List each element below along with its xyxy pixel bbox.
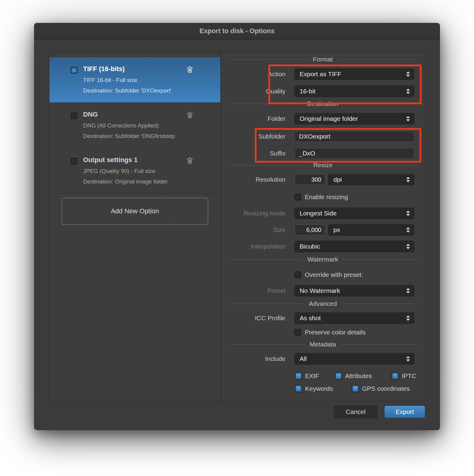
resolution-unit-dropdown[interactable]: dpi <box>328 174 414 185</box>
dialog-content: TIFF (16-bits) TIFF 16-bit - Full size D… <box>49 52 425 401</box>
item-enable-checkbox[interactable] <box>71 112 77 119</box>
exif-checkbox-item: EXIF <box>295 372 319 380</box>
include-value: All <box>300 355 406 362</box>
stepper-icon <box>406 288 410 293</box>
interpolation-label: Interpolation <box>221 243 290 250</box>
resolution-unit-value: dpi <box>333 176 406 183</box>
icc-profile-value: As shot <box>300 315 406 322</box>
folder-row: Folder Original image folder <box>221 113 414 124</box>
preset-label: Preset <box>221 287 290 294</box>
folder-label: Folder <box>221 115 290 122</box>
trash-icon[interactable] <box>186 111 194 121</box>
item-enable-checkbox[interactable] <box>71 158 77 164</box>
add-new-option-button[interactable]: Add New Option <box>61 197 208 225</box>
suffix-input[interactable] <box>295 148 414 159</box>
attributes-checkbox[interactable] <box>335 372 342 380</box>
gps-coordinates-checkbox-item: GPS coordinates <box>352 385 410 393</box>
item-subtitle: DNG (All Corrections Applied) <box>83 122 195 129</box>
item-text: TIFF (16-bits) TIFF 16-bit - Full size D… <box>83 65 195 94</box>
keywords-label: Keywords <box>305 385 333 392</box>
item-title: Output settings 1 <box>83 156 195 164</box>
resizing-mode-row: Resizing mode Longest Side <box>221 208 414 219</box>
suffix-row: Suffix <box>221 148 414 159</box>
size-label: Size <box>221 226 290 233</box>
trash-icon[interactable] <box>186 157 194 166</box>
list-item-tiff[interactable]: TIFF (16-bits) TIFF 16-bit - Full size D… <box>49 57 220 103</box>
action-row: Action Export as TIFF <box>221 68 414 80</box>
include-dropdown[interactable]: All <box>295 353 414 365</box>
section-heading-advanced: Advanced <box>228 299 417 308</box>
attributes-label: Attributes <box>345 372 372 380</box>
item-text: Output settings 1 JPEG (Quality 90) - Fu… <box>83 156 195 185</box>
item-destination: Destination: Subfolder 'DNGfirststep <box>83 133 195 139</box>
section-heading-resize: Resize <box>228 160 417 170</box>
subfolder-row: Subfolder <box>221 131 414 142</box>
quality-value: 16-bit <box>300 88 406 95</box>
resolution-input[interactable] <box>295 174 325 185</box>
action-dropdown[interactable]: Export as TIFF <box>295 68 414 80</box>
exif-label: EXIF <box>305 372 319 380</box>
size-row: Size px <box>221 224 414 236</box>
export-dialog: Export to disk - Options TIFF (16-bits) … <box>34 23 440 430</box>
interpolation-value: Bicubic <box>300 243 406 250</box>
include-label: Include <box>221 355 290 362</box>
stepper-icon <box>406 89 410 94</box>
exif-checkbox[interactable] <box>295 372 302 380</box>
icc-profile-dropdown[interactable]: As shot <box>295 312 414 324</box>
stepper-icon <box>406 315 410 321</box>
subfolder-input[interactable] <box>295 131 414 142</box>
preset-row: Preset No Watermark <box>221 285 414 296</box>
keywords-checkbox-item: Keywords <box>295 385 333 393</box>
iptc-checkbox[interactable] <box>391 372 399 380</box>
list-item-dng[interactable]: DNG DNG (All Corrections Applied) Destin… <box>49 103 220 148</box>
size-unit-dropdown[interactable]: px <box>328 224 414 236</box>
icc-profile-row: ICC Profile As shot <box>221 312 414 324</box>
resolution-row: Resolution dpi <box>221 174 414 185</box>
interpolation-row: Interpolation Bicubic <box>221 241 414 252</box>
cancel-button[interactable]: Cancel <box>334 406 377 418</box>
resolution-label: Resolution <box>221 176 290 183</box>
quality-dropdown[interactable]: 16-bit <box>295 86 414 97</box>
folder-dropdown[interactable]: Original image folder <box>295 113 414 124</box>
item-title: DNG <box>83 111 195 118</box>
dialog-titlebar: Export to disk - Options <box>34 23 440 39</box>
keywords-checkbox[interactable] <box>295 385 302 392</box>
section-heading-format: Format <box>228 55 417 64</box>
item-enable-checkbox[interactable] <box>71 67 77 74</box>
preserve-color-checkbox[interactable] <box>295 329 301 336</box>
gps-coordinates-label: GPS coordinates <box>362 385 410 392</box>
item-title: TIFF (16-bits) <box>83 65 195 73</box>
gps-coordinates-checkbox[interactable] <box>352 385 359 392</box>
item-subtitle: TIFF 16-bit - Full size <box>83 77 195 83</box>
section-heading-destination: Destination <box>228 99 417 108</box>
section-heading-watermark: Watermark <box>228 255 417 264</box>
resizing-mode-value: Longest Side <box>300 210 406 217</box>
action-value: Export as TIFF <box>300 70 406 78</box>
preserve-color-label: Preserve color details <box>305 329 366 336</box>
list-item-output-settings-1[interactable]: Output settings 1 JPEG (Quality 90) - Fu… <box>49 148 220 194</box>
item-destination: Destination: Original image folder <box>83 178 195 185</box>
size-input[interactable] <box>295 224 325 235</box>
resizing-mode-label: Resizing mode <box>221 210 290 217</box>
stepper-icon <box>406 71 410 77</box>
settings-panel: Format Action Export as TIFF Quality 16-… <box>221 52 425 401</box>
suffix-label: Suffix <box>221 150 290 157</box>
quality-row: Quality 16-bit <box>221 86 414 97</box>
override-preset-checkbox[interactable] <box>295 271 301 278</box>
export-button[interactable]: Export <box>384 406 425 418</box>
iptc-checkbox-item: IPTC <box>391 372 416 380</box>
export-button-label: Export <box>396 408 414 415</box>
attributes-checkbox-item: Attributes <box>335 372 372 380</box>
add-new-option-label: Add New Option <box>111 207 159 215</box>
interpolation-dropdown[interactable]: Bicubic <box>295 241 414 252</box>
resizing-mode-dropdown[interactable]: Longest Side <box>295 208 414 219</box>
page-background: Export to disk - Options TIFF (16-bits) … <box>0 0 474 476</box>
item-destination: Destination: Subfolder 'DXOexport' <box>83 87 195 94</box>
trash-icon[interactable] <box>186 66 194 75</box>
enable-resizing-label: Enable resizing <box>305 193 348 201</box>
section-heading-metadata: Metadata <box>228 340 417 349</box>
enable-resizing-checkbox[interactable] <box>295 194 301 200</box>
export-options-list: TIFF (16-bits) TIFF 16-bit - Full size D… <box>49 52 221 401</box>
folder-value: Original image folder <box>300 115 406 122</box>
preset-dropdown[interactable]: No Watermark <box>295 285 414 296</box>
